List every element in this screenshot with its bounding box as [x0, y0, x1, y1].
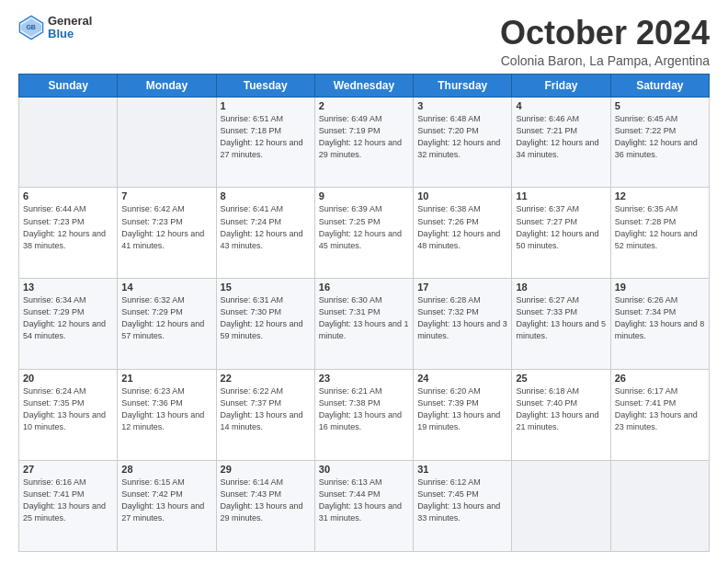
calendar-cell — [610, 461, 709, 552]
calendar-cell: 31Sunrise: 6:12 AMSunset: 7:45 PMDayligh… — [414, 461, 512, 552]
day-number: 28 — [121, 464, 211, 475]
calendar-week-3: 13Sunrise: 6:34 AMSunset: 7:29 PMDayligh… — [19, 279, 710, 370]
calendar-cell: 21Sunrise: 6:23 AMSunset: 7:36 PMDayligh… — [118, 370, 216, 461]
calendar-cell: 24Sunrise: 6:20 AMSunset: 7:39 PMDayligh… — [414, 370, 512, 461]
calendar-week-1: 1Sunrise: 6:51 AMSunset: 7:18 PMDaylight… — [19, 97, 710, 188]
calendar-cell: 13Sunrise: 6:34 AMSunset: 7:29 PMDayligh… — [19, 279, 118, 370]
calendar-cell: 10Sunrise: 6:38 AMSunset: 7:26 PMDayligh… — [414, 188, 512, 279]
day-number: 29 — [221, 464, 311, 475]
day-number: 21 — [121, 373, 211, 384]
calendar-cell: 29Sunrise: 6:14 AMSunset: 7:43 PMDayligh… — [216, 461, 314, 552]
day-info: Sunrise: 6:48 AMSunset: 7:20 PMDaylight:… — [417, 113, 507, 161]
day-info: Sunrise: 6:18 AMSunset: 7:40 PMDaylight:… — [516, 385, 606, 433]
day-number: 31 — [417, 464, 507, 475]
calendar-cell: 23Sunrise: 6:21 AMSunset: 7:38 PMDayligh… — [314, 370, 413, 461]
weekday-header-wednesday: Wednesday — [314, 74, 413, 97]
day-info: Sunrise: 6:16 AMSunset: 7:41 PMDaylight:… — [23, 477, 113, 524]
calendar-table: SundayMondayTuesdayWednesdayThursdayFrid… — [18, 74, 710, 552]
calendar-cell: 3Sunrise: 6:48 AMSunset: 7:20 PMDaylight… — [414, 97, 512, 188]
day-number: 17 — [417, 282, 507, 293]
day-info: Sunrise: 6:17 AMSunset: 7:41 PMDaylight:… — [615, 385, 705, 433]
day-number: 25 — [516, 373, 606, 384]
day-info: Sunrise: 6:23 AMSunset: 7:36 PMDaylight:… — [121, 385, 211, 433]
day-number: 12 — [615, 190, 705, 201]
logo-icon: GB — [18, 15, 44, 40]
calendar-cell — [19, 97, 118, 188]
day-info: Sunrise: 6:13 AMSunset: 7:44 PMDaylight:… — [319, 477, 409, 524]
day-number: 11 — [516, 190, 606, 201]
weekday-header-saturday: Saturday — [610, 74, 709, 97]
calendar-cell: 25Sunrise: 6:18 AMSunset: 7:40 PMDayligh… — [512, 370, 610, 461]
weekday-header-tuesday: Tuesday — [216, 74, 314, 97]
day-info: Sunrise: 6:45 AMSunset: 7:22 PMDaylight:… — [615, 113, 705, 161]
location-subtitle: Colonia Baron, La Pampa, Argentina — [500, 53, 710, 68]
day-number: 16 — [319, 282, 409, 293]
day-info: Sunrise: 6:14 AMSunset: 7:43 PMDaylight:… — [221, 477, 311, 524]
calendar-cell: 2Sunrise: 6:49 AMSunset: 7:19 PMDaylight… — [314, 97, 413, 188]
day-info: Sunrise: 6:20 AMSunset: 7:39 PMDaylight:… — [417, 385, 507, 433]
logo: GB General Blue — [18, 15, 92, 41]
calendar-cell: 8Sunrise: 6:41 AMSunset: 7:24 PMDaylight… — [216, 188, 314, 279]
day-info: Sunrise: 6:41 AMSunset: 7:24 PMDaylight:… — [221, 203, 311, 251]
calendar-header-row: SundayMondayTuesdayWednesdayThursdayFrid… — [19, 74, 710, 97]
calendar-cell: 4Sunrise: 6:46 AMSunset: 7:21 PMDaylight… — [512, 97, 610, 188]
day-info: Sunrise: 6:38 AMSunset: 7:26 PMDaylight:… — [417, 203, 507, 251]
day-info: Sunrise: 6:28 AMSunset: 7:32 PMDaylight:… — [417, 294, 507, 342]
calendar-week-2: 6Sunrise: 6:44 AMSunset: 7:23 PMDaylight… — [19, 188, 710, 279]
calendar-cell: 9Sunrise: 6:39 AMSunset: 7:25 PMDaylight… — [314, 188, 413, 279]
svg-text:GB: GB — [26, 24, 36, 30]
day-number: 5 — [615, 100, 705, 111]
day-number: 3 — [417, 100, 507, 111]
calendar-cell: 26Sunrise: 6:17 AMSunset: 7:41 PMDayligh… — [610, 370, 709, 461]
logo-general: General — [48, 14, 92, 28]
day-number: 19 — [615, 282, 705, 293]
day-info: Sunrise: 6:46 AMSunset: 7:21 PMDaylight:… — [516, 113, 606, 161]
calendar-cell: 20Sunrise: 6:24 AMSunset: 7:35 PMDayligh… — [19, 370, 118, 461]
header: GB General Blue October 2024 Colonia Bar… — [18, 15, 710, 68]
day-info: Sunrise: 6:22 AMSunset: 7:37 PMDaylight:… — [221, 385, 311, 433]
day-number: 26 — [615, 373, 705, 384]
calendar-cell: 19Sunrise: 6:26 AMSunset: 7:34 PMDayligh… — [610, 279, 709, 370]
calendar-cell: 12Sunrise: 6:35 AMSunset: 7:28 PMDayligh… — [610, 188, 709, 279]
day-info: Sunrise: 6:34 AMSunset: 7:29 PMDaylight:… — [23, 294, 113, 342]
calendar-cell: 16Sunrise: 6:30 AMSunset: 7:31 PMDayligh… — [314, 279, 413, 370]
day-info: Sunrise: 6:31 AMSunset: 7:30 PMDaylight:… — [221, 294, 311, 342]
calendar-cell: 22Sunrise: 6:22 AMSunset: 7:37 PMDayligh… — [216, 370, 314, 461]
calendar-cell: 15Sunrise: 6:31 AMSunset: 7:30 PMDayligh… — [216, 279, 314, 370]
month-title: October 2024 — [500, 15, 710, 52]
calendar-cell: 18Sunrise: 6:27 AMSunset: 7:33 PMDayligh… — [512, 279, 610, 370]
calendar-cell: 6Sunrise: 6:44 AMSunset: 7:23 PMDaylight… — [19, 188, 118, 279]
day-info: Sunrise: 6:27 AMSunset: 7:33 PMDaylight:… — [516, 294, 606, 342]
day-number: 15 — [221, 282, 311, 293]
calendar-cell: 14Sunrise: 6:32 AMSunset: 7:29 PMDayligh… — [118, 279, 216, 370]
day-number: 8 — [221, 190, 311, 201]
logo-text: General Blue — [48, 15, 92, 41]
day-number: 27 — [23, 464, 113, 475]
day-number: 24 — [417, 373, 507, 384]
day-number: 20 — [23, 373, 113, 384]
day-number: 18 — [516, 282, 606, 293]
calendar-week-4: 20Sunrise: 6:24 AMSunset: 7:35 PMDayligh… — [19, 370, 710, 461]
calendar-cell: 1Sunrise: 6:51 AMSunset: 7:18 PMDaylight… — [216, 97, 314, 188]
day-number: 1 — [221, 100, 311, 111]
title-block: October 2024 Colonia Baron, La Pampa, Ar… — [500, 15, 710, 68]
day-number: 13 — [23, 282, 113, 293]
day-info: Sunrise: 6:42 AMSunset: 7:23 PMDaylight:… — [121, 203, 211, 251]
weekday-header-thursday: Thursday — [414, 74, 512, 97]
day-number: 22 — [221, 373, 311, 384]
calendar-cell: 11Sunrise: 6:37 AMSunset: 7:27 PMDayligh… — [512, 188, 610, 279]
calendar-cell: 30Sunrise: 6:13 AMSunset: 7:44 PMDayligh… — [314, 461, 413, 552]
logo-blue: Blue — [48, 27, 74, 40]
day-info: Sunrise: 6:51 AMSunset: 7:18 PMDaylight:… — [221, 113, 311, 161]
day-info: Sunrise: 6:26 AMSunset: 7:34 PMDaylight:… — [615, 294, 705, 342]
calendar-cell: 5Sunrise: 6:45 AMSunset: 7:22 PMDaylight… — [610, 97, 709, 188]
day-number: 14 — [121, 282, 211, 293]
page: GB General Blue October 2024 Colonia Bar… — [0, 0, 728, 563]
day-info: Sunrise: 6:49 AMSunset: 7:19 PMDaylight:… — [319, 113, 409, 161]
day-info: Sunrise: 6:32 AMSunset: 7:29 PMDaylight:… — [121, 294, 211, 342]
day-number: 30 — [319, 464, 409, 475]
calendar-cell — [118, 97, 216, 188]
day-number: 23 — [319, 373, 409, 384]
day-number: 10 — [417, 190, 507, 201]
day-info: Sunrise: 6:30 AMSunset: 7:31 PMDaylight:… — [319, 294, 409, 342]
